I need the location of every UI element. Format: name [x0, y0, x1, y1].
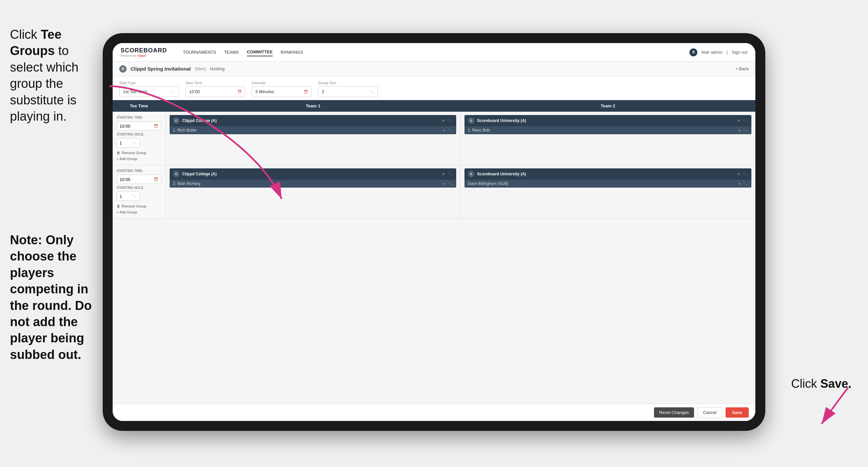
- start-time-value: 10:00: [189, 89, 200, 94]
- player-row-1-1-0: 1. Rich Butler ✕ ⌃⌄: [169, 126, 456, 134]
- add-group-label-1: + Add Group: [117, 157, 137, 161]
- team-cell-1-1: C Clippd College (A) ✕ ⌃⌄ 1. Rich Butler…: [166, 112, 461, 165]
- logo-powered: Powered by clippd: [121, 54, 167, 57]
- cancel-button[interactable]: Cancel: [698, 407, 722, 418]
- team-cell-1-2: S Scoreboard University (A) ✕ ⌃⌄ 1. Rees…: [461, 112, 755, 165]
- team-card-header-2-2: S Scoreboard University (A) ✕ ⌃⌄: [464, 168, 751, 180]
- time-input-1[interactable]: 10:00 ⏰: [117, 121, 161, 130]
- team-badge-1-1: C: [173, 117, 180, 124]
- table-header: Tee Time Team 1 Team 2: [113, 100, 755, 112]
- starting-time-label-2: STARTING TIME:: [117, 169, 161, 173]
- hole-value-2: 1: [120, 194, 122, 199]
- user-name: blair admin: [701, 50, 722, 55]
- start-type-input[interactable]: 1st Tee Start ⌃⌄: [119, 86, 179, 97]
- logo-clippd: clippd: [137, 54, 146, 57]
- player-arrows-2-2-0: ⌃⌄: [743, 182, 748, 185]
- team-badge-2-2: S: [468, 171, 474, 177]
- team-remove-x-2-2[interactable]: ✕: [737, 172, 740, 176]
- team-cell-2-1: C Clippd College (A) ✕ ⌃⌄ 2. Blair McHar…: [166, 165, 461, 218]
- team-remove-x-2-1[interactable]: ✕: [442, 172, 445, 176]
- breadcrumb-hosting: Hosting: [210, 66, 225, 71]
- player-x-2-1-0[interactable]: ✕: [443, 182, 445, 185]
- time-clock-icon-2: ⏰: [154, 177, 158, 182]
- tee-time-cell-2: STARTING TIME: 10:05 ⏰ STARTING HOLE: 1 …: [113, 165, 166, 218]
- player-x-2-2-0[interactable]: ✕: [738, 182, 741, 185]
- intervals-label: Intervals: [252, 81, 311, 85]
- remove-group-label-1: Remove Group: [122, 151, 147, 155]
- col-header-team2: Team 2: [461, 100, 755, 112]
- click-save-annotation: Click Save.: [791, 377, 851, 391]
- start-type-label: Start Type: [119, 81, 179, 85]
- team-card-1-1[interactable]: C Clippd College (A) ✕ ⌃⌄ 1. Rich Butler…: [169, 115, 456, 134]
- starting-hole-label-2: STARTING HOLE:: [117, 186, 161, 189]
- start-type-value: 1st Tee Start: [123, 89, 147, 94]
- tee-group-row: STARTING TIME: 10:00 ⏰ STARTING HOLE: 1 …: [113, 112, 755, 165]
- nav-tournaments[interactable]: TOURNAMENTS: [183, 49, 216, 56]
- player-arrows-2-1-0: ⌃⌄: [447, 182, 453, 185]
- player-name-1-1-0: 1. Rich Butler: [173, 128, 441, 133]
- time-value-2: 10:05: [120, 177, 130, 182]
- add-group-btn-1[interactable]: + Add Group: [117, 157, 161, 161]
- hole-arrows-1: ⌃⌄: [131, 141, 137, 145]
- save-button[interactable]: Save: [725, 407, 749, 418]
- breadcrumb-bar: B Clippd Spring Invitational (Men) Hosti…: [113, 62, 755, 76]
- tee-groups-scroll: STARTING TIME: 10:00 ⏰ STARTING HOLE: 1 …: [113, 112, 755, 404]
- add-group-btn-2[interactable]: + Add Group: [117, 210, 161, 214]
- start-time-clock-icon: ⏰: [238, 90, 242, 93]
- note-bold: Note: Only choose the players competing …: [10, 233, 92, 361]
- player-name-2-1-0: 2. Blair McHarg: [173, 181, 441, 186]
- tee-groups-bold: Tee Groups: [10, 28, 62, 58]
- hole-arrows-2: ⌃⌄: [131, 195, 137, 198]
- time-clock-icon-1: ⏰: [154, 124, 158, 128]
- nav-rankings[interactable]: RANKINGS: [281, 49, 303, 56]
- remove-group-btn-1[interactable]: 🗑 Remove Group: [117, 151, 161, 155]
- col-header-team1: Team 1: [166, 100, 461, 112]
- col-header-tee-time: Tee Time: [113, 100, 166, 112]
- group-size-value: 2: [322, 89, 324, 94]
- team-card-header-1-1: C Clippd College (A) ✕ ⌃⌄: [169, 115, 456, 126]
- logo: SCOREBOARD Powered by clippd: [121, 47, 167, 57]
- team-badge-1-2: S: [468, 117, 474, 124]
- tablet-screen: SCOREBOARD Powered by clippd TOURNAMENTS…: [113, 43, 755, 421]
- nav-committee[interactable]: COMMITTEE: [247, 48, 273, 56]
- team-remove-x-1-2[interactable]: ✕: [737, 119, 740, 123]
- breadcrumb-gender: (Men): [195, 66, 206, 71]
- reset-changes-button[interactable]: Reset Changes: [654, 407, 694, 418]
- navbar: SCOREBOARD Powered by clippd TOURNAMENTS…: [113, 43, 755, 62]
- start-time-label: Start Time: [186, 81, 245, 85]
- nav-right: B blair admin | Sign out: [689, 49, 747, 56]
- team-name-1-1: Clippd College (A): [182, 118, 439, 123]
- start-time-group: Start Time 10:00 ⏰: [186, 81, 245, 97]
- tee-time-cell-1: STARTING TIME: 10:00 ⏰ STARTING HOLE: 1 …: [113, 112, 166, 165]
- nav-teams[interactable]: TEAMS: [224, 49, 239, 56]
- breadcrumb-badge: B: [119, 65, 127, 72]
- footer-bar: Reset Changes Cancel Save: [113, 404, 755, 421]
- team-card-2-1[interactable]: C Clippd College (A) ✕ ⌃⌄ 2. Blair McHar…: [169, 168, 456, 187]
- team-arrows-2-1: ⌃⌄: [447, 172, 453, 176]
- sign-out-link[interactable]: Sign out: [732, 50, 747, 55]
- group-size-label: Group Size: [318, 81, 378, 85]
- player-name-1-2-0: 1. Rees Britt: [468, 128, 736, 133]
- hole-input-1[interactable]: 1 ⌃⌄: [117, 138, 140, 147]
- time-input-2[interactable]: 10:05 ⏰: [117, 175, 161, 184]
- team-card-1-2[interactable]: S Scoreboard University (A) ✕ ⌃⌄ 1. Rees…: [464, 115, 751, 134]
- hole-input-2[interactable]: 1 ⌃⌄: [117, 192, 140, 201]
- start-type-group: Start Type 1st Tee Start ⌃⌄: [119, 81, 179, 97]
- player-x-1-1-0[interactable]: ✕: [443, 128, 445, 132]
- tee-group-row-2: STARTING TIME: 10:05 ⏰ STARTING HOLE: 1 …: [113, 165, 755, 218]
- back-button[interactable]: < Back: [736, 66, 749, 71]
- intervals-input[interactable]: 5 Minutes ⏰: [252, 86, 311, 97]
- team-card-header-2-1: C Clippd College (A) ✕ ⌃⌄: [169, 168, 456, 180]
- intervals-clock-icon: ⏰: [304, 90, 308, 93]
- team-card-2-2[interactable]: S Scoreboard University (A) ✕ ⌃⌄ Dave Bi…: [464, 168, 751, 187]
- player-arrows-1-1-0: ⌃⌄: [447, 128, 453, 132]
- team-card-header-1-2: S Scoreboard University (A) ✕ ⌃⌄: [464, 115, 751, 126]
- player-arrows-1-2-0: ⌃⌄: [743, 128, 748, 132]
- remove-group-btn-2[interactable]: 🗑 Remove Group: [117, 204, 161, 208]
- team-cell-2-2: S Scoreboard University (A) ✕ ⌃⌄ Dave Bi…: [461, 165, 755, 218]
- trash-icon-1: 🗑: [117, 151, 120, 155]
- player-x-1-2-0[interactable]: ✕: [738, 128, 741, 132]
- team-remove-x-1-1[interactable]: ✕: [442, 119, 445, 123]
- group-size-input[interactable]: 2 ⌃⌄: [318, 86, 378, 97]
- start-time-input[interactable]: 10:00 ⏰: [186, 86, 245, 97]
